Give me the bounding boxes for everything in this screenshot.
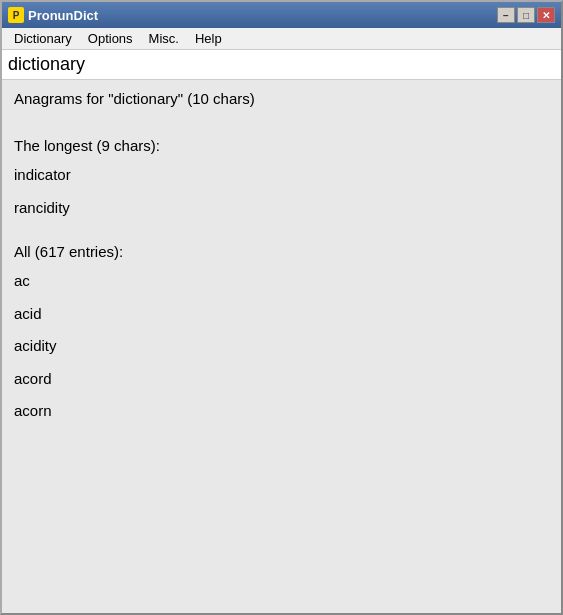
word-acorn: acorn bbox=[14, 398, 549, 425]
window-title: PronunDict bbox=[28, 8, 98, 23]
app-icon: P bbox=[8, 7, 24, 23]
menu-help[interactable]: Help bbox=[187, 30, 230, 47]
title-bar: P PronunDict − □ ✕ bbox=[2, 2, 561, 28]
word-ac: ac bbox=[14, 268, 549, 295]
menu-options[interactable]: Options bbox=[80, 30, 141, 47]
results-panel[interactable]: Anagrams for "dictionary" (10 chars) The… bbox=[2, 80, 561, 613]
spacer-2 bbox=[14, 227, 549, 239]
close-button[interactable]: ✕ bbox=[537, 7, 555, 23]
menu-dictionary[interactable]: Dictionary bbox=[6, 30, 80, 47]
longest-header: The longest (9 chars): bbox=[14, 137, 549, 154]
search-input[interactable] bbox=[8, 54, 555, 75]
longest-word-1: indicator bbox=[14, 162, 549, 189]
title-controls: − □ ✕ bbox=[497, 7, 555, 23]
maximize-button[interactable]: □ bbox=[517, 7, 535, 23]
word-acid: acid bbox=[14, 301, 549, 328]
search-bar bbox=[2, 50, 561, 80]
longest-word-2: rancidity bbox=[14, 195, 549, 222]
word-acord: acord bbox=[14, 366, 549, 393]
title-bar-left: P PronunDict bbox=[8, 7, 98, 23]
anagram-header: Anagrams for "dictionary" (10 chars) bbox=[14, 88, 549, 109]
word-acidity: acidity bbox=[14, 333, 549, 360]
spacer-1 bbox=[14, 121, 549, 133]
all-header: All (617 entries): bbox=[14, 243, 549, 260]
minimize-button[interactable]: − bbox=[497, 7, 515, 23]
menu-bar: Dictionary Options Misc. Help bbox=[2, 28, 561, 50]
menu-misc[interactable]: Misc. bbox=[141, 30, 187, 47]
content-area: Anagrams for "dictionary" (10 chars) The… bbox=[2, 80, 561, 613]
main-window: P PronunDict − □ ✕ Dictionary Options Mi… bbox=[0, 0, 563, 615]
